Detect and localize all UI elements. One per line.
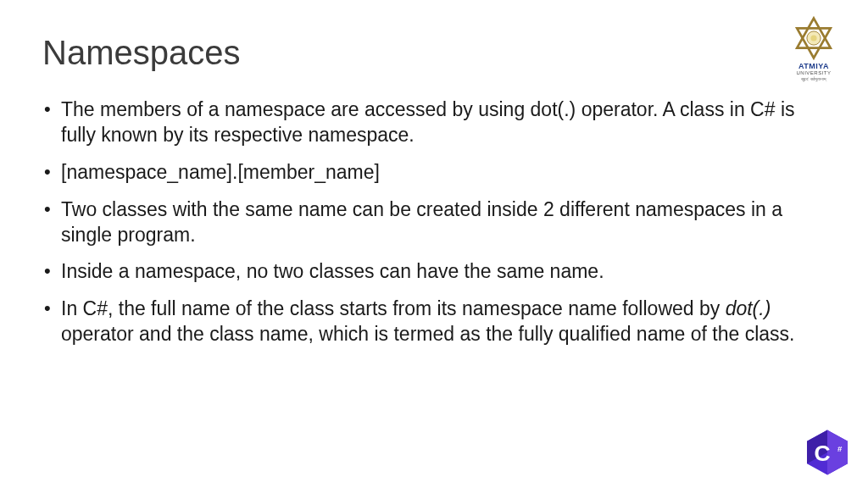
bullet-item: The members of a namespace are accessed … (42, 97, 826, 148)
bullet-item: Inside a namespace, no two classes can h… (42, 259, 826, 285)
bullet-list: The members of a namespace are accessed … (42, 97, 826, 347)
bullet-item: In C#, the full name of the class starts… (42, 297, 826, 347)
svg-point-3 (810, 35, 816, 41)
university-logo: ATMIYA UNIVERSITY सुहृदं सर्वभूतानाम् (783, 15, 844, 82)
logo-subtitle: UNIVERSITY (783, 70, 844, 76)
slide-content: The members of a namespace are accessed … (42, 97, 826, 347)
svg-text:C: C (814, 441, 830, 466)
bullet-item: Two classes with the same name can be cr… (42, 197, 826, 248)
bullet-item: [namespace_name].[member_name] (42, 160, 826, 186)
csharp-logo-icon: C # (802, 427, 853, 478)
slide-title: Namespaces (42, 34, 826, 72)
logo-motto: सुहृदं सर्वभूतानाम् (783, 76, 844, 82)
slide: ATMIYA UNIVERSITY सुहृदं सर्वभूतानाम् Na… (0, 0, 868, 488)
star-icon (791, 15, 837, 61)
logo-title: ATMIYA (783, 63, 844, 70)
svg-text:#: # (837, 444, 843, 453)
